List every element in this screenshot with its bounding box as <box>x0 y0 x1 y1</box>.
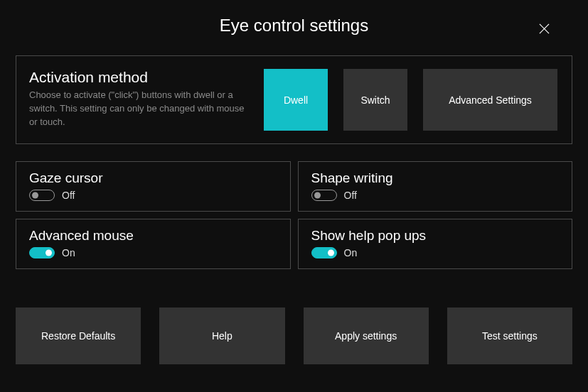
show-help-panel: Show help pop ups On <box>298 219 573 269</box>
shape-writing-toggle[interactable] <box>311 190 337 201</box>
advanced-mouse-title: Advanced mouse <box>29 228 277 244</box>
activation-method-panel: Activation method Choose to activate ("c… <box>16 55 572 144</box>
advanced-mouse-state: On <box>62 247 75 258</box>
show-help-state: On <box>344 247 358 258</box>
advanced-mouse-toggle[interactable] <box>29 247 55 258</box>
shape-writing-title: Shape writing <box>311 170 560 186</box>
dwell-button[interactable]: Dwell <box>264 69 328 131</box>
gaze-cursor-panel: Gaze cursor Off <box>16 161 291 212</box>
advanced-mouse-panel: Advanced mouse On <box>16 219 291 269</box>
activation-description: Choose to activate ("click") buttons wit… <box>29 89 250 129</box>
page-title: Eye control settings <box>20 16 568 36</box>
switch-button[interactable]: Switch <box>343 69 407 131</box>
gaze-cursor-state: Off <box>62 190 75 201</box>
activation-title: Activation method <box>29 69 250 86</box>
advanced-settings-button[interactable]: Advanced Settings <box>423 69 557 131</box>
gaze-cursor-toggle[interactable] <box>29 190 55 201</box>
shape-writing-state: Off <box>344 190 357 201</box>
restore-defaults-button[interactable]: Restore Defaults <box>16 307 141 364</box>
apply-settings-button[interactable]: Apply settings <box>304 307 429 364</box>
help-button[interactable]: Help <box>159 307 284 364</box>
test-settings-button[interactable]: Test settings <box>447 307 572 364</box>
show-help-toggle[interactable] <box>311 247 337 258</box>
show-help-title: Show help pop ups <box>311 228 560 244</box>
gaze-cursor-title: Gaze cursor <box>29 170 277 186</box>
close-button[interactable] <box>535 20 552 37</box>
shape-writing-panel: Shape writing Off <box>298 161 573 212</box>
close-icon <box>539 23 550 34</box>
